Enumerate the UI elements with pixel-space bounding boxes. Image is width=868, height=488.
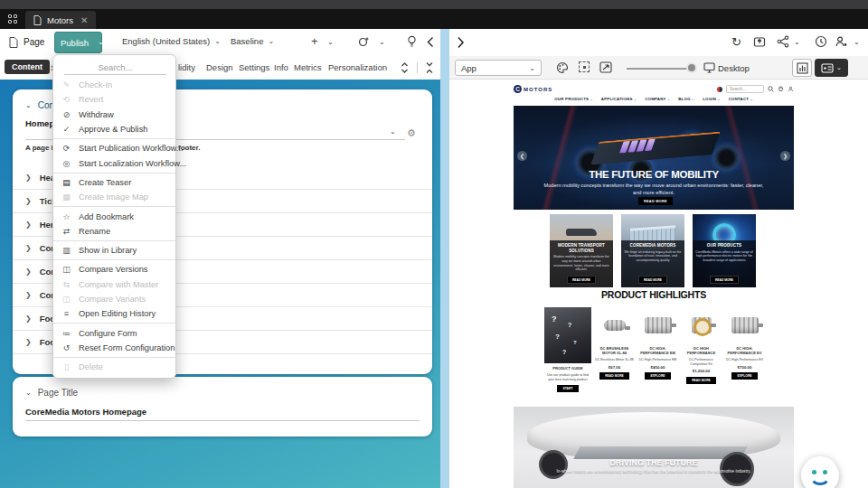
site-search-input[interactable]	[726, 85, 764, 93]
site-cart-icon[interactable]	[778, 86, 784, 92]
menu-item-start-localization-workflow[interactable]: ◎Start Localization Workflow...	[53, 155, 175, 170]
product-card-guide[interactable]: ????? PRODUCT GUIDE Use our product guid…	[544, 307, 591, 392]
site-search-icon[interactable]	[768, 86, 774, 92]
product-card-em[interactable]: DC HIGH-PERFORMANCE EM DC High-Performan…	[637, 307, 678, 392]
publish-button[interactable]: Publish ⌄	[54, 32, 102, 53]
structure-view-button[interactable]	[792, 59, 812, 77]
menu-item-configure-form[interactable]: ≔Configure Form	[53, 325, 175, 340]
chevron-down-icon[interactable]: ⌄	[794, 38, 800, 46]
tab-design[interactable]: Design	[206, 62, 233, 72]
chevron-down-icon[interactable]: ⌄	[854, 38, 860, 46]
product-explore-button[interactable]: EXPLORE	[645, 372, 670, 380]
hero-read-more-button[interactable]: READ MORE	[638, 197, 673, 205]
collapse-panel-icon[interactable]	[425, 61, 434, 74]
expand-collapse-sections-icon[interactable]	[401, 61, 409, 74]
preview-user-icon[interactable]	[835, 35, 848, 48]
menu-item-rename[interactable]: ⇄Rename	[53, 224, 175, 239]
product-read-more-button[interactable]: READ MORE	[599, 372, 629, 380]
open-frame-icon[interactable]	[599, 61, 612, 73]
trash-icon: ▯	[61, 362, 71, 371]
menu-item-compare-versions[interactable]: ◫Compare Versions	[53, 262, 175, 277]
product-name: DC High-Performance EV	[726, 358, 763, 362]
carousel-prev-icon[interactable]: ❮	[517, 151, 527, 161]
product-start-button[interactable]: START	[557, 385, 578, 392]
product-explore-button[interactable]: EXPLORE	[731, 372, 757, 380]
expand-right-icon[interactable]	[457, 36, 465, 49]
select-region-icon[interactable]	[579, 61, 590, 72]
nav-blog[interactable]: BLOG ⌄	[678, 97, 694, 101]
nav-our-products[interactable]: OUR PRODUCTS ⌄	[554, 97, 593, 101]
variant-dropdown[interactable]: Baseline ⌄	[231, 36, 274, 46]
apps-grid-glyph	[8, 14, 17, 23]
chevron-down-icon[interactable]: ⌄	[379, 38, 385, 46]
product-highlights-row: ????? PRODUCT GUIDE Use our product guid…	[544, 307, 765, 392]
open-in-device-icon[interactable]	[753, 35, 766, 48]
nav-contact[interactable]: CONTACT ⌄	[729, 97, 753, 101]
preview-view-select[interactable]: App ⌄	[455, 60, 542, 76]
gear-icon[interactable]: ⚙	[407, 127, 416, 139]
teaser-read-more-button[interactable]: READ MORE	[567, 276, 596, 284]
menu-item-reset-form-configuration[interactable]: ↺Reset Form Configuration	[53, 341, 175, 355]
chevron-down-icon[interactable]: ⌄	[94, 39, 108, 46]
menu-item-start-publication-workflow[interactable]: ⟳Start Publication Workflow...	[53, 141, 175, 155]
menu-item-open-editing-history[interactable]: ≡Open Editing History	[53, 306, 175, 321]
preview-mode-button[interactable]: ⌄	[815, 59, 848, 77]
page-title-section-header[interactable]: ⌄ Page Title	[25, 388, 78, 398]
site-header: C MOTORS	[514, 83, 794, 95]
page-title-input[interactable]: CoreMedia Motors Homepage	[25, 407, 420, 421]
reload-preview-icon[interactable]: ↻	[731, 35, 741, 49]
locale-flag-icon[interactable]	[717, 87, 722, 92]
apps-grid-icon[interactable]	[0, 9, 25, 29]
nav-login[interactable]: LOGIN ⌄	[703, 97, 720, 101]
menu-item-approve-publish[interactable]: ✓Approve & Publish	[53, 122, 175, 136]
chevron-down-icon[interactable]: ⌄	[390, 127, 396, 136]
add-content-icon[interactable]: +	[311, 34, 318, 48]
menu-item-add-bookmark[interactable]: ☆Add Bookmark	[53, 209, 175, 223]
product-read-more-button[interactable]: READ MORE	[686, 377, 716, 384]
brand-name[interactable]: MOTORS	[524, 87, 552, 92]
product-card-competition[interactable]: DC HIGH PERFORMANCE DC Performance Compe…	[681, 307, 722, 392]
site-user-icon[interactable]	[788, 86, 794, 92]
chatbot-smile	[809, 465, 831, 485]
nav-company[interactable]: COMPANY ⌄	[645, 97, 670, 101]
zoom-slider-handle[interactable]	[686, 62, 697, 73]
locale-dropdown[interactable]: English (United States) ⌄	[122, 36, 221, 46]
tab-validity[interactable]: lidity	[178, 62, 195, 72]
menu-item-withdraw[interactable]: ⊘Withdraw	[53, 108, 175, 122]
brand-logo-icon[interactable]: C	[514, 85, 522, 93]
history-clock-icon[interactable]	[815, 35, 827, 48]
teaser-card-products[interactable]: OUR PRODUCTS CoreMedia Motors offers a w…	[693, 214, 756, 287]
share-icon[interactable]	[777, 35, 789, 48]
lightbulb-icon[interactable]	[407, 35, 417, 48]
menu-divider	[53, 173, 175, 174]
menu-item-show-in-library[interactable]: ▥Show in Library	[53, 243, 175, 258]
page-title-section-label: Page Title	[38, 388, 78, 398]
carousel-next-icon[interactable]: ❯	[780, 151, 790, 161]
tab-personalization[interactable]: Personalization	[328, 62, 387, 72]
chevron-down-icon[interactable]: ⌄	[327, 38, 334, 46]
tab-metrics[interactable]: Metrics	[294, 62, 322, 72]
product-price: $1,200.00	[693, 369, 711, 373]
teaser-card-transport[interactable]: MODERN TRANSPORT SOLUTIONS Modern mobili…	[550, 214, 613, 287]
teaser-card-company[interactable]: COREMEDIA MOTORS We forge an enduring le…	[621, 214, 684, 287]
device-label: Desktop	[718, 63, 750, 73]
teaser-read-more-button[interactable]: READ MORE	[710, 276, 739, 284]
content-tab-motors[interactable]: Motors ✕	[25, 11, 96, 29]
collapse-left-icon[interactable]	[427, 36, 434, 48]
product-card-xl88[interactable]: DC BRUSHLESS MOTOR XL-88 DC Brushless Mo…	[594, 307, 635, 392]
zoom-slider-track[interactable]	[627, 68, 692, 70]
menu-search-input[interactable]	[64, 60, 166, 75]
teaser-read-more-button[interactable]: READ MORE	[638, 276, 667, 284]
stamp-actions-icon[interactable]	[358, 36, 370, 48]
chatbot-widget[interactable]	[801, 456, 839, 488]
menu-item-create-teaser[interactable]: ▤Create Teaser	[53, 175, 175, 190]
tab-settings[interactable]: Settings	[239, 62, 269, 72]
nav-applications[interactable]: APPLICATIONS ⌄	[601, 97, 637, 101]
chevron-right-icon: ❯	[25, 244, 32, 252]
pane-splitter[interactable]	[440, 29, 449, 488]
tab-content[interactable]: Content	[5, 60, 50, 74]
close-tab-icon[interactable]: ✕	[80, 15, 88, 25]
tab-info[interactable]: Info	[274, 62, 288, 72]
palette-icon[interactable]	[556, 61, 569, 74]
product-card-ev[interactable]: DC HIGH-PERFORMANCE EV DC High-Performan…	[724, 307, 765, 392]
